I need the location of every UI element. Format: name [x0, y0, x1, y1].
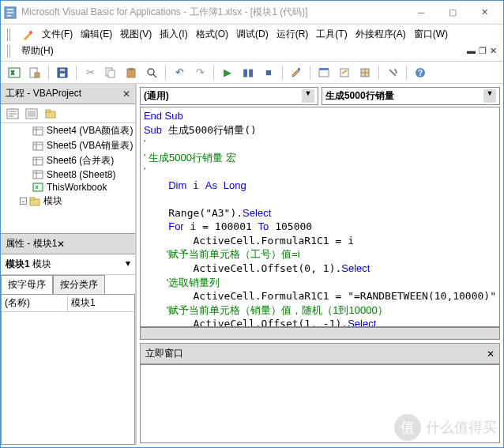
svg-rect-13 — [319, 70, 329, 77]
magic-wand-icon[interactable] — [21, 28, 34, 41]
svg-rect-21 — [28, 111, 36, 117]
tree-item-sheet[interactable]: Sheet6 (合并表) — [1, 153, 135, 168]
copy-icon[interactable] — [102, 64, 119, 81]
svg-rect-6 — [60, 69, 65, 71]
menu-debug[interactable]: 调试(D) — [236, 28, 269, 41]
immediate-title: 立即窗口 — [145, 347, 183, 360]
svg-rect-26 — [33, 157, 43, 165]
minimize-button[interactable]: ─ — [405, 2, 437, 24]
maximize-button[interactable]: ▢ — [437, 2, 468, 24]
menu-window[interactable]: 窗口(W) — [414, 28, 448, 41]
properties-grid[interactable]: (名称) 模块1 — [1, 294, 135, 445]
close-icon[interactable]: ✕ — [57, 239, 65, 250]
view-excel-icon[interactable] — [6, 64, 23, 81]
mdi-minimize-button[interactable]: ▬ — [467, 46, 476, 56]
project-explorer-header: 工程 - VBAProject ✕ — [1, 84, 135, 104]
svg-rect-28 — [33, 183, 43, 191]
svg-point-11 — [148, 69, 154, 75]
run-icon[interactable]: ▶ — [219, 64, 236, 81]
immediate-window-header: 立即窗口 ✕ — [140, 343, 500, 364]
svg-rect-3 — [35, 73, 39, 77]
svg-rect-23 — [46, 110, 51, 112]
property-row: (名称) 模块1 — [2, 295, 134, 312]
paste-icon[interactable] — [122, 64, 140, 81]
cut-icon[interactable]: ✂ — [81, 64, 99, 81]
svg-text:?: ? — [418, 69, 423, 77]
tree-item-sheet[interactable]: Sheet4 (VBA颜值表) — [1, 123, 135, 138]
svg-rect-27 — [33, 171, 43, 179]
left-panel: 工程 - VBAProject ✕ Sheet4 (VBA颜值表) Sheet5… — [1, 84, 137, 445]
object-browser-icon[interactable] — [356, 64, 374, 81]
close-button[interactable]: ✕ — [468, 2, 500, 24]
tree-item-workbook[interactable]: ThisWorkbook — [1, 181, 135, 194]
svg-rect-14 — [319, 68, 329, 70]
help-icon[interactable]: ? — [412, 64, 429, 81]
procedure-dropdown[interactable]: 生成5000行销量▼ — [322, 87, 500, 105]
menu-view[interactable]: 视图(V) — [120, 28, 152, 41]
project-explorer-title: 工程 - VBAProject — [6, 87, 81, 100]
reset-icon[interactable]: ■ — [260, 64, 277, 81]
toolbox-icon[interactable] — [384, 64, 401, 81]
redo-icon[interactable]: ↷ — [191, 64, 209, 81]
code-editor[interactable]: End Sub Sub 生成5000行销量() ' ' 生成5000行销量 宏 … — [140, 107, 500, 327]
menu-format[interactable]: 格式(O) — [196, 28, 228, 41]
view-object-icon[interactable] — [23, 105, 40, 122]
find-icon[interactable] — [143, 64, 160, 81]
vba-app-icon — [4, 6, 17, 19]
menu-tools[interactable]: 工具(T) — [316, 28, 347, 41]
menu-bar: 文件(F) 编辑(E) 视图(V) 插入(I) 格式(O) 调试(D) 运行(R… — [1, 24, 503, 62]
horizontal-scrollbar[interactable] — [140, 327, 500, 340]
svg-rect-30 — [30, 198, 35, 200]
svg-rect-12 — [298, 68, 300, 70]
mdi-close-button[interactable]: ✕ — [490, 46, 497, 56]
menu-file[interactable]: 文件(F) — [42, 28, 73, 41]
drag-handle[interactable] — [7, 28, 10, 41]
menu-help[interactable]: 帮助(H) — [21, 44, 54, 58]
object-dropdown[interactable]: (通用)▼ — [140, 87, 318, 105]
svg-rect-5 — [60, 73, 65, 77]
tree-folder-modules[interactable]: -模块 — [1, 194, 135, 209]
properties-object[interactable]: 模块1 模块▾ — [1, 254, 135, 275]
tab-categorized[interactable]: 按分类序 — [53, 275, 105, 294]
main-toolbar: ✂ ↶ ↷ ▶ ▮▮ ■ ? — [1, 62, 503, 84]
close-icon[interactable]: ✕ — [487, 348, 495, 360]
properties-window-icon[interactable] — [336, 64, 353, 81]
view-code-icon[interactable] — [4, 105, 21, 122]
project-explorer-icon[interactable] — [315, 64, 333, 81]
insert-module-icon[interactable] — [26, 64, 43, 81]
watermark: 值 什么值得买 — [394, 414, 497, 441]
save-icon[interactable] — [54, 64, 71, 81]
chevron-down-icon[interactable]: ▼ — [302, 89, 314, 103]
mdi-restore-button[interactable]: ❐ — [479, 46, 487, 56]
code-panel: (通用)▼ 生成5000行销量▼ End Sub Sub 生成5000行销量()… — [137, 84, 503, 445]
project-tree[interactable]: Sheet4 (VBA颜值表) Sheet5 (VBA销量表) Sheet6 (… — [1, 123, 135, 234]
watermark-icon: 值 — [394, 414, 421, 441]
svg-rect-10 — [129, 68, 134, 70]
design-mode-icon[interactable] — [288, 64, 305, 81]
properties-tabs: 按字母序 按分类序 — [1, 275, 135, 294]
tree-item-sheet[interactable]: Sheet5 (VBA销量表) — [1, 138, 135, 153]
menu-run[interactable]: 运行(R) — [276, 28, 309, 41]
svg-rect-25 — [33, 142, 43, 150]
svg-rect-1 — [9, 68, 20, 77]
menu-addins[interactable]: 外接程序(A) — [355, 28, 406, 41]
svg-rect-24 — [33, 127, 43, 135]
svg-rect-8 — [108, 70, 115, 77]
menu-insert[interactable]: 插入(I) — [160, 28, 187, 41]
window-title: Microsoft Visual Basic for Applications … — [21, 6, 405, 19]
window-titlebar: Microsoft Visual Basic for Applications … — [1, 1, 503, 24]
chevron-down-icon[interactable]: ▼ — [483, 89, 496, 103]
drag-handle[interactable] — [7, 45, 10, 58]
toggle-folders-icon[interactable] — [42, 105, 59, 122]
close-icon[interactable]: ✕ — [122, 88, 130, 100]
menu-edit[interactable]: 编辑(E) — [81, 28, 112, 41]
break-icon[interactable]: ▮▮ — [239, 64, 257, 81]
project-toolbar — [1, 104, 135, 123]
properties-title: 属性 - 模块1 — [6, 237, 57, 250]
properties-panel-header: 属性 - 模块1 ✕ — [1, 234, 135, 254]
tree-item-sheet[interactable]: Sheet8 (Sheet8) — [1, 168, 135, 181]
tab-alphabetic[interactable]: 按字母序 — [1, 275, 53, 294]
undo-icon[interactable]: ↶ — [171, 64, 188, 81]
